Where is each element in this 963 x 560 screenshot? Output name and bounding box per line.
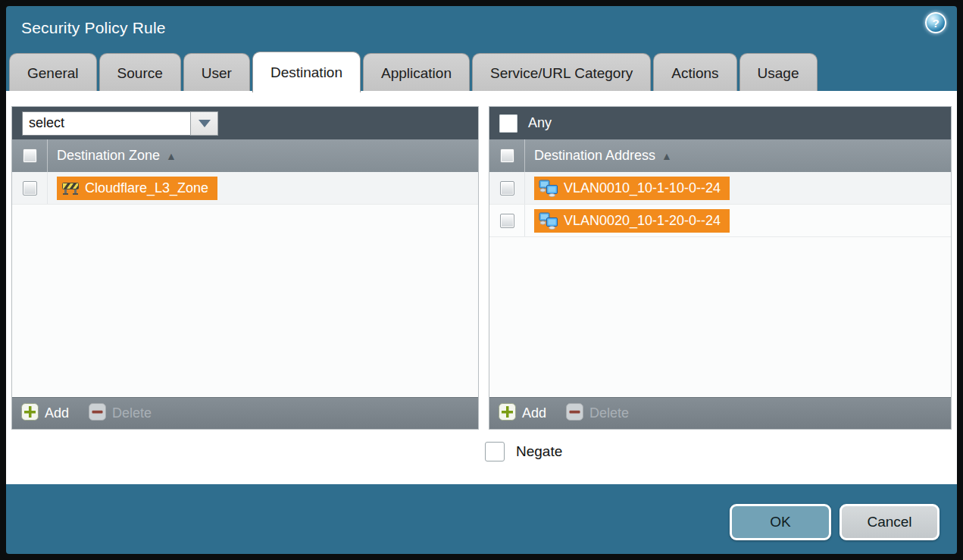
negate-option: Negate: [485, 442, 562, 461]
zone-item[interactable]: Cloudflare_L3_Zone: [57, 177, 217, 200]
negate-label: Negate: [516, 443, 562, 460]
ok-button[interactable]: OK: [730, 504, 831, 540]
tab-label: Actions: [671, 65, 718, 82]
address-column-header[interactable]: Destination Address: [525, 148, 655, 164]
any-checkbox[interactable]: [499, 114, 517, 133]
zone-panel-footer: Add Delete: [12, 397, 478, 429]
zone-panel-toolbar: [12, 107, 478, 139]
tab[interactable]: Actions: [653, 53, 736, 92]
address-item[interactable]: VLAN0010_10-1-10-0--24: [534, 177, 730, 200]
zone-item-label: Cloudflare_L3_Zone: [85, 180, 208, 196]
zone-filter-combobox: [22, 111, 218, 136]
tab-label: Application: [381, 65, 452, 82]
tab[interactable]: Service/URL Category: [472, 53, 651, 92]
zone-icon: [61, 180, 80, 196]
address-item-label: VLAN0020_10-1-20-0--24: [564, 213, 721, 229]
sort-ascending-icon[interactable]: ▲: [661, 150, 672, 162]
network-address-icon: [539, 180, 558, 197]
zone-delete-label: Delete: [112, 405, 152, 421]
zone-add-button[interactable]: Add: [21, 403, 69, 424]
delete-icon: [89, 403, 106, 424]
cancel-button[interactable]: Cancel: [839, 504, 940, 540]
tab-label: General: [27, 65, 79, 82]
tab[interactable]: Application: [363, 53, 470, 92]
address-delete-button[interactable]: Delete: [566, 403, 629, 424]
tab-bar: General Source User Destination Applicat…: [9, 52, 951, 92]
help-icon[interactable]: ?: [925, 12, 946, 33]
destination-address-panel: Any Destination Address ▲: [489, 106, 952, 430]
tab-label: Usage: [758, 65, 799, 82]
zone-list: Cloudflare_L3_Zone: [12, 172, 478, 397]
zone-row: Cloudflare_L3_Zone: [12, 172, 478, 205]
tab[interactable]: Usage: [739, 53, 818, 92]
any-label: Any: [528, 115, 552, 131]
tab[interactable]: Destination: [252, 52, 361, 92]
tab[interactable]: User: [183, 53, 250, 92]
address-list: VLAN0010_10-1-10-0--24: [489, 172, 951, 397]
network-address-icon: [539, 212, 558, 230]
address-row: VLAN0010_10-1-10-0--24: [489, 172, 951, 205]
security-policy-rule-dialog: Security Policy Rule ? General Source Us…: [0, 0, 963, 560]
zone-add-label: Add: [45, 405, 69, 421]
destination-zone-panel: Destination Zone ▲: [11, 106, 479, 430]
zone-column-header[interactable]: Destination Zone: [48, 148, 160, 164]
address-column-header-row: Destination Address ▲: [489, 139, 951, 172]
add-icon: [499, 403, 516, 424]
address-delete-label: Delete: [589, 405, 629, 421]
address-panel-footer: Add Delete: [489, 397, 951, 429]
tab-label: Source: [117, 65, 163, 82]
tab-label: Service/URL Category: [490, 65, 633, 82]
delete-icon: [566, 403, 583, 424]
zone-select-all-checkbox[interactable]: [23, 149, 37, 163]
tab-label: User: [202, 65, 232, 82]
address-add-label: Add: [522, 405, 546, 421]
address-row: VLAN0020_10-1-20-0--24: [489, 205, 951, 237]
zone-filter-dropdown-button[interactable]: [190, 111, 218, 136]
address-row-checkbox[interactable]: [500, 181, 514, 196]
zone-delete-button[interactable]: Delete: [89, 403, 152, 424]
negate-checkbox[interactable]: [485, 442, 505, 461]
address-add-button[interactable]: Add: [499, 403, 546, 424]
address-panel-toolbar: Any: [489, 107, 951, 139]
address-row-checkbox[interactable]: [500, 214, 514, 228]
address-item-label: VLAN0010_10-1-10-0--24: [564, 180, 721, 196]
tab-label: Destination: [270, 64, 342, 81]
chevron-down-icon: [199, 120, 211, 127]
zone-row-checkbox[interactable]: [23, 181, 37, 196]
title-bar: Security Policy Rule: [6, 6, 957, 50]
tab[interactable]: Source: [99, 53, 181, 92]
dialog-title: Security Policy Rule: [21, 19, 166, 37]
zone-filter-input[interactable]: [22, 111, 190, 136]
address-item[interactable]: VLAN0020_10-1-20-0--24: [534, 209, 730, 233]
destination-tab-content: Destination Zone ▲: [6, 91, 957, 484]
address-select-all-checkbox[interactable]: [500, 149, 514, 163]
zone-column-header-row: Destination Zone ▲: [12, 139, 478, 172]
add-icon: [21, 403, 39, 424]
tab[interactable]: General: [9, 53, 97, 92]
sort-ascending-icon[interactable]: ▲: [166, 150, 177, 162]
